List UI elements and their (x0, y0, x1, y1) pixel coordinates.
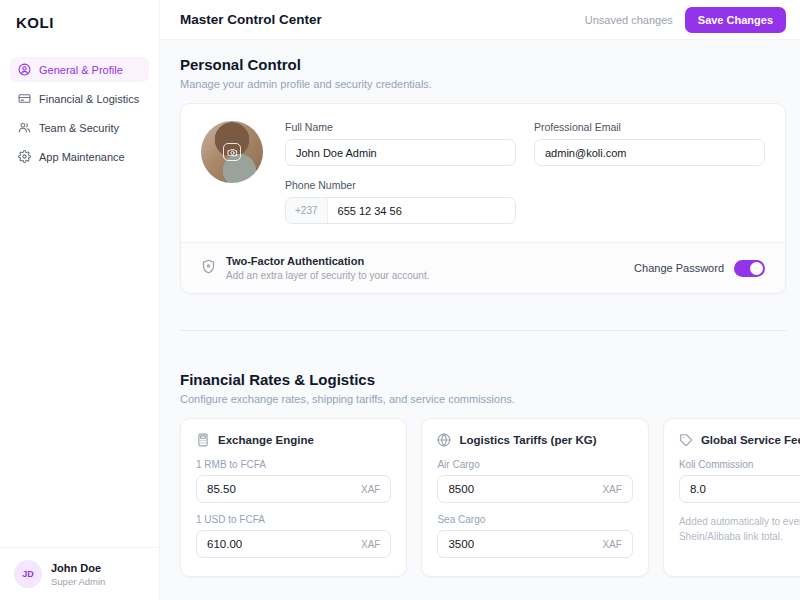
card-title: Logistics Tariffs (per KG) (459, 434, 596, 446)
section-title-financial: Financial Rates & Logistics (180, 371, 786, 388)
commission-input[interactable] (690, 483, 800, 495)
two-factor-title: Two-Factor Authentication (226, 255, 429, 267)
save-changes-button[interactable]: Save Changes (685, 7, 786, 33)
personal-control-section: Personal Control Manage your admin profi… (180, 56, 786, 294)
user-avatar: JD (14, 560, 42, 588)
global-service-fee-card: Global Service Fee Koli Commission % Add… (663, 418, 800, 577)
gear-icon (18, 150, 31, 163)
financial-section: Financial Rates & Logistics Configure ex… (180, 371, 786, 577)
two-factor-toggle[interactable] (734, 260, 765, 277)
full-name-field: Full Name (285, 121, 516, 166)
sidebar: KOLI General & Profile Financial & Logis… (0, 0, 160, 600)
section-subtitle-personal: Manage your admin profile and security c… (180, 78, 786, 90)
two-factor-row: Two-Factor Authentication Add an extra l… (181, 242, 785, 293)
card-title: Global Service Fee (701, 434, 800, 446)
currency-suffix: XAF (602, 539, 621, 550)
logistics-tariffs-card: Logistics Tariffs (per KG) Air Cargo XAF… (421, 418, 648, 577)
user-role: Super Admin (51, 576, 105, 587)
shield-icon (201, 259, 216, 278)
sidebar-nav: General & Profile Financial & Logistics … (0, 49, 159, 177)
rmb-rate-input[interactable] (207, 483, 361, 495)
usd-rate-input[interactable] (207, 538, 361, 550)
email-input[interactable] (534, 139, 765, 166)
field-label: Koli Commission (679, 459, 800, 470)
sidebar-item-general-profile[interactable]: General & Profile (10, 57, 149, 82)
sidebar-item-label: Team & Security (39, 122, 119, 134)
currency-suffix: XAF (361, 539, 380, 550)
bank-card-icon (18, 92, 31, 105)
change-password-link[interactable]: Change Password (634, 262, 724, 274)
sidebar-user-profile: JD John Doe Super Admin (0, 547, 159, 600)
top-bar: Master Control Center Unsaved changes Sa… (160, 0, 800, 40)
email-field: Professional Email (534, 121, 765, 166)
sidebar-item-label: General & Profile (39, 64, 123, 76)
phone-field: Phone Number +237 (285, 179, 516, 224)
currency-suffix: XAF (361, 484, 380, 495)
section-subtitle-financial: Configure exchange rates, shipping tarif… (180, 393, 786, 405)
personal-profile-card: Full Name Professional Email Phone Numbe… (180, 103, 786, 294)
sidebar-item-app-maintenance[interactable]: App Maintenance (10, 144, 149, 169)
field-label: Air Cargo (437, 459, 632, 470)
air-cargo-input[interactable] (448, 483, 602, 495)
section-title-personal: Personal Control (180, 56, 786, 73)
unsaved-changes-status: Unsaved changes (585, 14, 673, 26)
page-title: Master Control Center (180, 12, 322, 27)
user-icon (18, 63, 31, 76)
sidebar-item-label: App Maintenance (39, 151, 125, 163)
field-label: Sea Cargo (437, 514, 632, 525)
sidebar-item-financial-logistics[interactable]: Financial & Logistics (10, 86, 149, 111)
phone-input[interactable] (328, 198, 515, 223)
main-content: Personal Control Manage your admin profi… (160, 40, 800, 600)
profile-photo[interactable] (201, 121, 263, 183)
sidebar-item-team-security[interactable]: Team & Security (10, 115, 149, 140)
sidebar-item-label: Financial & Logistics (39, 93, 139, 105)
two-factor-subtitle: Add an extra layer of security to your a… (226, 270, 429, 281)
globe-icon (437, 433, 451, 447)
field-label: 1 RMB to FCFA (196, 459, 391, 470)
phone-label: Phone Number (285, 179, 516, 191)
camera-icon (223, 143, 241, 161)
email-label: Professional Email (534, 121, 765, 133)
currency-suffix: XAF (602, 484, 621, 495)
section-divider (180, 330, 786, 331)
full-name-label: Full Name (285, 121, 516, 133)
user-name: John Doe (51, 562, 105, 574)
card-title: Exchange Engine (218, 434, 314, 446)
tag-icon (679, 433, 693, 447)
calculator-icon (196, 433, 210, 447)
field-label: 1 USD to FCFA (196, 514, 391, 525)
app-logo: KOLI (0, 0, 159, 49)
sea-cargo-input[interactable] (448, 538, 602, 550)
team-icon (18, 121, 31, 134)
exchange-engine-card: Exchange Engine 1 RMB to FCFA XAF 1 USD … (180, 418, 407, 577)
commission-note: Added automatically to every imported Sh… (679, 514, 800, 544)
phone-country-prefix: +237 (286, 198, 328, 223)
full-name-input[interactable] (285, 139, 516, 166)
